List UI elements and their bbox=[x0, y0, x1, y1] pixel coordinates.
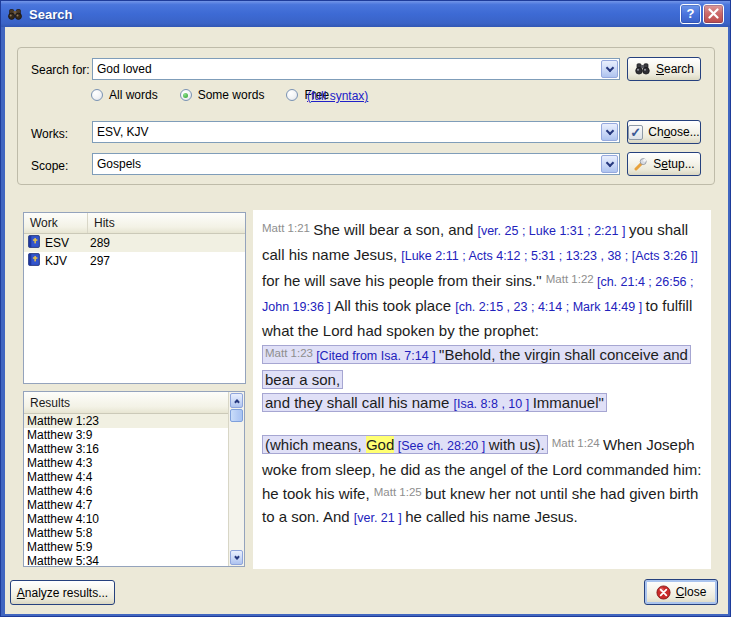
results-panel: Results Matthew 1:23Matthew 3:9Matthew 3… bbox=[23, 391, 245, 567]
cross-reference[interactable]: [ver. 25 ; Luke 1:31 ; 2:21 ] bbox=[477, 224, 629, 238]
work-column-header[interactable]: Work bbox=[24, 216, 87, 230]
scope-label: Scope: bbox=[31, 159, 68, 173]
result-item[interactable]: Matthew 3:16 bbox=[24, 442, 228, 456]
full-syntax-link[interactable]: (full syntax) bbox=[307, 89, 368, 103]
search-dialog: Search ? Search for: God loved Search Al… bbox=[0, 0, 731, 617]
result-item[interactable]: Matthew 5:8 bbox=[24, 526, 228, 540]
works-value[interactable]: ESV, KJV bbox=[93, 125, 600, 139]
work-name: ESV bbox=[45, 236, 83, 250]
results-header[interactable]: Results bbox=[24, 392, 228, 414]
cross-reference[interactable]: [See ch. 28:20 ] bbox=[394, 439, 489, 453]
choose-button-label: Choose... bbox=[648, 125, 699, 139]
work-table-row[interactable]: KJV297 bbox=[24, 252, 245, 270]
search-button-label: Search bbox=[656, 62, 694, 76]
bible-book-icon bbox=[28, 253, 40, 269]
work-hits-table: Work Hits ESV289KJV297 bbox=[23, 212, 246, 384]
verse-text: he called his name Jesus. bbox=[405, 508, 578, 525]
search-dropdown-button[interactable] bbox=[601, 60, 618, 78]
search-input-value[interactable]: God loved bbox=[93, 62, 600, 76]
checkmark-icon: ✓ bbox=[628, 125, 643, 140]
close-button-label: Close bbox=[676, 585, 707, 599]
works-dropdown-button[interactable] bbox=[601, 123, 618, 141]
radio-button-icon[interactable] bbox=[91, 89, 103, 101]
verse-number: Matt 1:23 bbox=[265, 347, 316, 359]
verse-number: Matt 1:25 bbox=[374, 486, 425, 498]
search-mode-option[interactable]: All words bbox=[91, 88, 158, 102]
cross-reference[interactable]: [Luke 2:11 ; Acts 4:12 ; 5:31 ; 13:23 , … bbox=[401, 249, 697, 263]
works-combobox[interactable]: ESV, KJV bbox=[92, 121, 620, 143]
radio-label: Some words bbox=[198, 88, 265, 102]
cross-reference[interactable]: [Isa. 8:8 , 10 ] bbox=[453, 397, 532, 411]
bible-book-icon bbox=[28, 235, 40, 251]
chevron-up-icon bbox=[234, 399, 240, 405]
work-hits: 297 bbox=[83, 254, 110, 268]
setup-scope-button[interactable]: Setup... bbox=[627, 152, 701, 176]
scope-value[interactable]: Gospels bbox=[93, 157, 600, 171]
search-hit-word: God bbox=[366, 436, 394, 453]
radio-button-icon[interactable] bbox=[180, 89, 192, 101]
window-close-button[interactable] bbox=[703, 4, 724, 24]
radio-label: All words bbox=[109, 88, 158, 102]
verse-text: She will bear a son, and bbox=[313, 221, 477, 238]
result-item[interactable]: Matthew 5:34 bbox=[24, 554, 228, 566]
work-rows: ESV289KJV297 bbox=[24, 234, 245, 270]
titlebar: Search ? bbox=[1, 1, 730, 27]
result-item[interactable]: Matthew 1:23 bbox=[24, 414, 228, 428]
work-name: KJV bbox=[45, 254, 83, 268]
full-syntax-link-text[interactable]: (full syntax) bbox=[307, 89, 368, 103]
window-title: Search bbox=[29, 7, 72, 22]
search-mode-option[interactable]: Some words bbox=[180, 88, 265, 102]
search-button[interactable]: Search bbox=[627, 57, 701, 81]
setup-button-label: Setup... bbox=[653, 157, 694, 171]
work-hits-header[interactable]: Work Hits bbox=[24, 213, 245, 234]
results-header-label: Results bbox=[30, 396, 70, 410]
analyze-button-label: Analyze results... bbox=[17, 586, 108, 600]
search-mode-radios: All wordsSome wordsFree bbox=[91, 87, 341, 103]
wrench-icon bbox=[633, 157, 648, 171]
verse-text: All this took place bbox=[334, 297, 455, 314]
chevron-down-icon bbox=[605, 126, 613, 134]
cross-reference[interactable]: [ver. 21 ] bbox=[354, 511, 405, 525]
result-item[interactable]: Matthew 3:9 bbox=[24, 428, 228, 442]
hits-column-header[interactable]: Hits bbox=[87, 213, 245, 233]
scrollbar-thumb[interactable] bbox=[230, 409, 243, 422]
radio-button-icon[interactable] bbox=[286, 89, 298, 101]
verse-text: for he will save his people from their s… bbox=[262, 272, 546, 289]
binoculars-icon bbox=[7, 6, 23, 22]
work-hits: 289 bbox=[83, 236, 110, 250]
verse-text: and they shall call his name bbox=[265, 394, 453, 411]
choose-works-button[interactable]: ✓ Choose... bbox=[627, 120, 701, 144]
work-table-row[interactable]: ESV289 bbox=[24, 234, 245, 252]
result-item[interactable]: Matthew 4:7 bbox=[24, 498, 228, 512]
result-item[interactable]: Matthew 5:9 bbox=[24, 540, 228, 554]
scope-dropdown-button[interactable] bbox=[601, 155, 618, 173]
close-button[interactable]: Close bbox=[644, 579, 718, 605]
results-scrollbar[interactable] bbox=[228, 392, 244, 566]
radio-selected-dot bbox=[183, 93, 188, 98]
verse-number: Matt 1:21 bbox=[262, 222, 313, 234]
search-combobox[interactable]: God loved bbox=[92, 58, 620, 80]
cross-reference[interactable]: [Cited from Isa. 7:14 ] bbox=[316, 349, 439, 363]
result-item[interactable]: Matthew 4:3 bbox=[24, 456, 228, 470]
chevron-down-icon bbox=[605, 63, 613, 71]
works-label: Works: bbox=[31, 127, 68, 141]
close-circle-icon bbox=[656, 585, 671, 600]
selected-verse-highlight: (which means, God [See ch. 28:20 ] with … bbox=[262, 435, 548, 454]
verse-text: with us). bbox=[489, 436, 545, 453]
search-for-label: Search for: bbox=[31, 63, 90, 77]
verse-text-panel[interactable]: Matt 1:21 She will bear a son, and [ver.… bbox=[253, 210, 711, 569]
chevron-down-icon bbox=[605, 158, 613, 166]
verse-gap bbox=[262, 416, 703, 432]
verse-number: Matt 1:24 bbox=[552, 437, 603, 449]
help-button[interactable]: ? bbox=[680, 4, 701, 24]
result-item[interactable]: Matthew 4:10 bbox=[24, 512, 228, 526]
cross-reference[interactable]: [ch. 2:15 , 23 ; 4:14 ; Mark 14:49 ] bbox=[455, 300, 645, 314]
analyze-results-button[interactable]: Analyze results... bbox=[10, 580, 115, 605]
result-item[interactable]: Matthew 4:4 bbox=[24, 470, 228, 484]
scroll-down-button[interactable] bbox=[230, 550, 243, 565]
scope-combobox[interactable]: Gospels bbox=[92, 153, 620, 175]
scroll-up-button[interactable] bbox=[230, 393, 243, 408]
results-list: Matthew 1:23Matthew 3:9Matthew 3:16Matth… bbox=[24, 414, 228, 566]
verse-number: Matt 1:22 bbox=[546, 273, 597, 285]
result-item[interactable]: Matthew 4:6 bbox=[24, 484, 228, 498]
